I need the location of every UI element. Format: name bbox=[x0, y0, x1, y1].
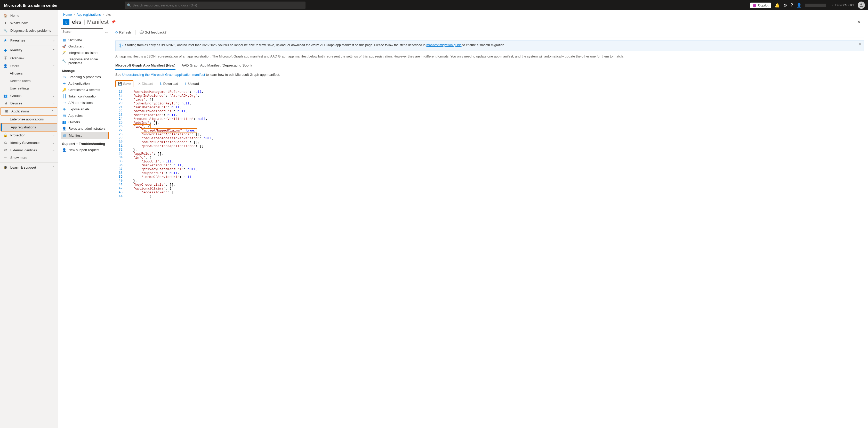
command-bar: ⟳Refresh 💬Got feedback? bbox=[115, 28, 864, 37]
line-number: 26 bbox=[115, 125, 125, 129]
settings-icon[interactable]: ⚙ bbox=[783, 3, 787, 8]
search-icon: 🔍 bbox=[127, 3, 131, 7]
nav-external-identities[interactable]: ⇄External Identities⌄ bbox=[0, 146, 58, 154]
nav-show-more[interactable]: ⋯Show more bbox=[0, 154, 58, 161]
pin-icon[interactable]: 📌 bbox=[111, 20, 116, 24]
main-content: ⟳Refresh 💬Got feedback? ⓘ Starting from … bbox=[111, 28, 868, 428]
menu-manage-heading: Manage bbox=[61, 66, 108, 74]
ellipsis-icon: ⋯ bbox=[3, 156, 8, 160]
code-line: 37 "privacyStatementUrl": null, bbox=[115, 167, 864, 171]
line-number: 43 bbox=[115, 191, 125, 194]
users-icon: 👤 bbox=[3, 64, 8, 68]
nav-applications[interactable]: ⊞Applications⌃ bbox=[1, 107, 57, 115]
nav-identity[interactable]: ◆Identity⌃ bbox=[0, 46, 58, 54]
feedback-icon[interactable]: 👤 bbox=[797, 3, 802, 8]
migration-guide-link[interactable]: manifest migration guide bbox=[426, 43, 461, 47]
breadcrumb-home[interactable]: Home bbox=[63, 13, 72, 17]
nav-protection[interactable]: 🔒Protection⌄ bbox=[0, 131, 58, 139]
code-line: 23 "certification": null, bbox=[115, 113, 864, 117]
dismiss-icon[interactable]: ✕ bbox=[859, 42, 862, 46]
nav-users[interactable]: 👤Users⌃ bbox=[0, 62, 58, 70]
line-number: 44 bbox=[115, 194, 125, 198]
save-button[interactable]: 💾Save bbox=[116, 81, 132, 86]
discard-button[interactable]: ✕Discard bbox=[136, 81, 155, 86]
roles-icon: ▤ bbox=[62, 114, 66, 118]
chevron-down-icon: ⌄ bbox=[53, 39, 55, 42]
menu-authentication[interactable]: ➜Authentication bbox=[61, 80, 108, 87]
product-brand: Microsoft Entra admin center bbox=[4, 3, 58, 7]
json-editor[interactable]: 17 "serviceManagementReference": null,18… bbox=[115, 90, 864, 428]
menu-new-support[interactable]: 👤New support request bbox=[61, 147, 108, 153]
line-number: 28 bbox=[115, 133, 125, 136]
line-number: 29 bbox=[115, 136, 125, 140]
menu-api-permissions[interactable]: ⊸API permissions bbox=[61, 100, 108, 106]
menu-branding[interactable]: ▭Branding & properties bbox=[61, 74, 108, 80]
code-line: 22 "defaultRedirectUri": null, bbox=[115, 109, 864, 113]
line-number: 32 bbox=[115, 148, 125, 152]
menu-overview[interactable]: ▦Overview bbox=[61, 37, 108, 43]
avatar[interactable] bbox=[858, 2, 865, 9]
resource-search-input[interactable] bbox=[61, 28, 103, 35]
menu-token-config[interactable]: ┃┃Token configuration bbox=[61, 93, 108, 100]
refresh-button[interactable]: ⟳Refresh bbox=[115, 30, 131, 34]
menu-app-roles[interactable]: ▤App roles bbox=[61, 112, 108, 119]
code-line: 35 "logoUrl": null, bbox=[115, 160, 864, 163]
more-icon[interactable]: ⋯ bbox=[118, 20, 122, 24]
breadcrumb-appreg[interactable]: App registrations bbox=[76, 13, 101, 17]
code-line: 21 "samlMetadataUrl": null, bbox=[115, 105, 864, 109]
tab-msgraph[interactable]: Microsoft Graph App Manifest (New) bbox=[115, 62, 176, 70]
menu-quickstart[interactable]: 🚀Quickstart bbox=[61, 43, 108, 50]
menu-diagnose[interactable]: 🔧Diagnose and solve problems bbox=[61, 56, 108, 66]
chevron-up-icon: ⌃ bbox=[53, 64, 55, 67]
nav-deleted-users[interactable]: Deleted users bbox=[0, 77, 58, 85]
help-icon[interactable]: ? bbox=[790, 3, 793, 7]
download-button[interactable]: ⬇Download bbox=[158, 81, 180, 86]
chevron-down-icon: ⌄ bbox=[53, 141, 55, 144]
nav-favorites[interactable]: ★Favorites⌄ bbox=[0, 37, 58, 44]
learn-link[interactable]: Understanding the Microsoft Graph applic… bbox=[122, 73, 205, 76]
line-number: 33 bbox=[115, 152, 125, 156]
sparkle-icon: ✦ bbox=[3, 21, 8, 25]
code-line: 24 "requestSignatureVerification": null, bbox=[115, 117, 864, 121]
divider bbox=[0, 35, 58, 36]
notifications-icon[interactable]: 🔔 bbox=[775, 3, 780, 8]
nav-home[interactable]: 🏠Home bbox=[0, 12, 58, 19]
description: An app manifest is a JSON representation… bbox=[115, 54, 864, 59]
collapse-icon[interactable]: ≪ bbox=[105, 31, 108, 34]
branding-icon: ▭ bbox=[62, 75, 66, 79]
save-icon: 💾 bbox=[118, 82, 122, 86]
divider bbox=[0, 45, 58, 45]
nav-learn-support[interactable]: 🎓Learn & support⌃ bbox=[0, 164, 58, 171]
global-search-input[interactable] bbox=[133, 3, 304, 7]
nav-user-settings[interactable]: User settings bbox=[0, 85, 58, 92]
chevron-down-icon: ⌄ bbox=[53, 134, 55, 137]
key-icon: 🔑 bbox=[62, 88, 66, 92]
menu-roles-admins[interactable]: 👤Roles and administrators bbox=[61, 125, 108, 132]
nav-identity-governance[interactable]: ⚖Identity Governance⌄ bbox=[0, 139, 58, 146]
nav-overview[interactable]: ⓘOverview bbox=[0, 54, 58, 62]
divider bbox=[0, 162, 58, 163]
info-icon: ⓘ bbox=[119, 43, 123, 48]
nav-all-users[interactable]: All users bbox=[0, 70, 58, 77]
code-line: 28 "knownClientApplications": [], bbox=[115, 133, 864, 136]
tab-aadgraph[interactable]: AAD Graph App Manifest (Deprecating Soon… bbox=[182, 62, 252, 70]
copilot-button[interactable]: ⬤ Copilot bbox=[750, 3, 771, 8]
tenant-redacted bbox=[805, 4, 826, 7]
nav-app-registrations[interactable]: App registrations bbox=[1, 124, 57, 131]
code-line: 17 "serviceManagementReference": null, bbox=[115, 90, 864, 94]
menu-certificates[interactable]: 🔑Certificates & secrets bbox=[61, 87, 108, 93]
feedback-button[interactable]: 💬Got feedback? bbox=[140, 30, 167, 34]
menu-expose-api[interactable]: ⊕Expose an API bbox=[61, 106, 108, 112]
nav-groups[interactable]: 👥Groups⌄ bbox=[0, 92, 58, 100]
menu-manifest[interactable]: ▥Manifest bbox=[61, 132, 108, 139]
nav-enterprise-apps[interactable]: Enterprise applications bbox=[0, 116, 58, 123]
nav-devices[interactable]: 🖥Devices⌄ bbox=[0, 100, 58, 107]
global-search[interactable]: 🔍 bbox=[125, 2, 306, 9]
nav-diagnose[interactable]: 🔧Diagnose & solve problems bbox=[0, 27, 58, 34]
line-number: 17 bbox=[115, 90, 125, 94]
nav-whats-new[interactable]: ✦What's new bbox=[0, 19, 58, 27]
menu-owners[interactable]: 👥Owners bbox=[61, 119, 108, 125]
menu-integration[interactable]: 🪄Integration assistant bbox=[61, 50, 108, 56]
upload-button[interactable]: ⬆Upload bbox=[183, 81, 200, 86]
close-icon[interactable]: ✕ bbox=[857, 19, 861, 25]
